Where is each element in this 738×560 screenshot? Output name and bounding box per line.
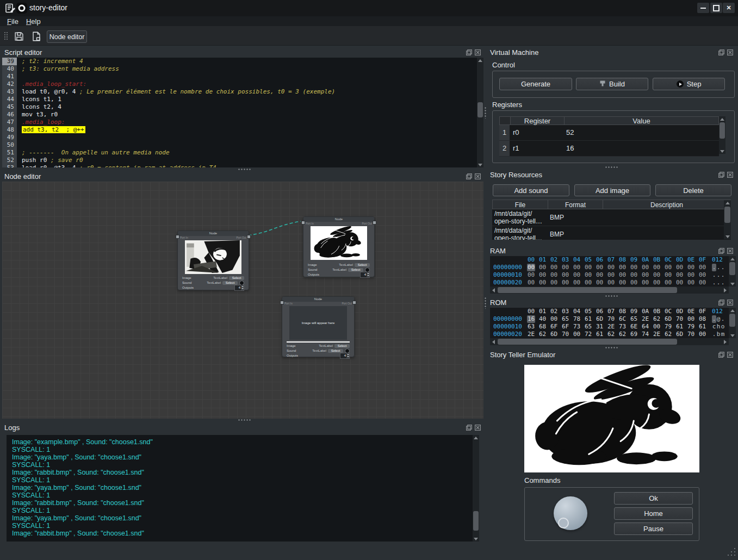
hex-byte[interactable]: 00 — [584, 271, 592, 279]
hex-byte[interactable]: 00 — [561, 279, 569, 287]
hex-byte[interactable]: 65 — [561, 315, 569, 323]
hex-byte[interactable]: 16 — [527, 315, 535, 323]
export-button[interactable] — [29, 29, 44, 43]
hex-byte[interactable]: 00 — [641, 271, 649, 279]
hex-byte[interactable]: 08 — [698, 315, 706, 323]
hex-byte[interactable]: 00 — [596, 271, 604, 279]
hex-byte[interactable]: 69 — [630, 331, 638, 338]
scroll-left-arrow[interactable] — [490, 287, 497, 294]
float-panel-icon[interactable] — [718, 351, 725, 358]
hex-byte[interactable]: 00 — [573, 279, 581, 287]
hex-byte[interactable]: 00 — [653, 264, 661, 271]
node-title[interactable]: Node — [178, 231, 249, 236]
outputs-spinbox[interactable]: 4 — [360, 272, 370, 278]
hex-byte[interactable]: 70 — [561, 331, 569, 338]
script-editor-scrollbar[interactable] — [477, 58, 483, 167]
scroll-up-arrow[interactable] — [729, 308, 736, 313]
hex-byte[interactable]: 62 — [653, 315, 661, 323]
hex-byte[interactable]: 00 — [538, 264, 547, 271]
add-sound-button[interactable]: Add sound — [493, 184, 569, 196]
hex-byte[interactable]: 00 — [607, 279, 615, 287]
scrollbar-thumb[interactable] — [729, 262, 735, 275]
hex-byte[interactable]: 00 — [698, 331, 706, 338]
menu-help[interactable]: Help — [26, 17, 41, 26]
code-line[interactable]: 43load t0, @r0, 4 ; Le premier élément e… — [2, 88, 483, 96]
scrollbar-thumb[interactable] — [477, 102, 483, 117]
hex-byte[interactable]: 62 — [607, 331, 615, 338]
code-line[interactable]: 53load r0, @t3, 4 ; r0 = content in ram … — [2, 164, 483, 167]
hex-byte[interactable]: 6D — [675, 331, 684, 338]
value-column-header[interactable]: Value — [565, 117, 718, 125]
hex-byte[interactable]: 00 — [618, 264, 627, 271]
hex-byte[interactable]: 62 — [618, 331, 627, 338]
ram-grid[interactable]: 000102030405060708090A0B0C0D0E0F01200000… — [490, 256, 729, 287]
hex-byte[interactable]: 64 — [641, 323, 649, 331]
splitter-handle[interactable] — [238, 168, 252, 171]
code-line[interactable]: 46mov t3, r0 — [2, 111, 483, 119]
scroll-down-arrow[interactable] — [473, 536, 479, 542]
rom-horizontal-scrollbar[interactable] — [490, 338, 729, 345]
media-node-empty[interactable]: Node Port In Port Out Image will appear … — [282, 296, 355, 357]
hex-byte[interactable]: 00 — [584, 264, 592, 271]
select-sound-button[interactable]: Select — [348, 268, 363, 272]
node-editor-toolbar-button[interactable]: Node editor — [47, 30, 87, 43]
code-line[interactable]: 40; t3: current media address — [2, 65, 483, 73]
hex-byte[interactable]: 00 — [687, 271, 695, 279]
float-panel-icon[interactable] — [466, 49, 473, 56]
ram-horizontal-scrollbar[interactable] — [490, 287, 729, 294]
hex-byte[interactable]: 6D — [550, 331, 558, 338]
float-panel-icon[interactable] — [466, 173, 473, 180]
code-line[interactable]: 50 — [2, 141, 483, 149]
file-column-header[interactable]: File — [493, 200, 548, 209]
hex-byte[interactable]: 2E — [641, 315, 649, 323]
hex-byte[interactable]: 78 — [573, 315, 581, 323]
hex-byte[interactable]: 79 — [687, 323, 695, 331]
close-panel-icon[interactable] — [474, 424, 481, 431]
hex-byte[interactable]: 74 — [641, 331, 649, 338]
hex-byte[interactable]: 79 — [664, 323, 672, 331]
hex-byte[interactable]: 00 — [664, 279, 672, 287]
hex-byte[interactable]: 00 — [698, 279, 706, 287]
register-row[interactable]: 2r116 — [499, 141, 719, 157]
hex-byte[interactable]: 6D — [664, 315, 672, 323]
hex-byte[interactable]: 00 — [653, 271, 661, 279]
code-line[interactable]: 45lcons t2, 4 — [2, 103, 483, 111]
hex-byte[interactable]: 6F — [561, 323, 569, 331]
scroll-down-arrow[interactable] — [724, 234, 731, 239]
hex-byte[interactable]: 00 — [653, 323, 661, 331]
registers-table[interactable]: Register Value 1r0522r116 — [499, 116, 719, 157]
hex-byte[interactable]: 00 — [584, 279, 592, 287]
hex-row[interactable]: 0000000000000000000000000000000000000000… — [490, 264, 729, 271]
hex-byte[interactable]: 70 — [687, 331, 695, 338]
hex-byte[interactable]: 31 — [596, 323, 604, 331]
hex-byte[interactable]: 00 — [596, 279, 604, 287]
splitter-handle[interactable] — [238, 419, 252, 421]
select-image-button[interactable]: Select — [334, 344, 350, 348]
hex-byte[interactable]: 00 — [630, 271, 638, 279]
hex-byte[interactable]: 00 — [675, 271, 684, 279]
hex-byte[interactable]: 6C — [618, 315, 627, 323]
media-node-rabbit[interactable]: Node Port In Port Out Image TextLabel Se… — [303, 216, 375, 277]
hex-byte[interactable]: 70 — [607, 315, 615, 323]
title-bar[interactable]: story-editor ✕ — [0, 0, 738, 16]
input-port[interactable] — [176, 235, 179, 239]
scroll-up-arrow[interactable] — [477, 58, 483, 63]
code-line[interactable]: 52push r0 ; save r0 — [2, 157, 483, 164]
select-sound-button[interactable]: Select — [328, 349, 343, 353]
hex-byte[interactable]: 65 — [630, 315, 638, 323]
scroll-down-arrow[interactable] — [729, 281, 736, 287]
resize-grip[interactable] — [728, 548, 735, 556]
save-button[interactable] — [12, 29, 26, 43]
generate-button[interactable]: Generate — [499, 78, 572, 90]
code-line[interactable]: 49 — [2, 134, 483, 141]
scroll-up-arrow[interactable] — [729, 256, 736, 262]
hex-byte[interactable]: 00 — [561, 264, 569, 271]
scroll-right-arrow[interactable] — [722, 338, 729, 345]
hex-byte[interactable]: 72 — [584, 331, 592, 338]
float-panel-icon[interactable] — [466, 424, 473, 431]
hex-byte[interactable]: 00 — [607, 264, 615, 271]
splitter-handle[interactable] — [605, 295, 619, 297]
code-line[interactable]: 41 — [2, 73, 483, 80]
description-column-header[interactable]: Description — [603, 200, 730, 209]
hex-byte[interactable]: 62 — [664, 331, 672, 338]
